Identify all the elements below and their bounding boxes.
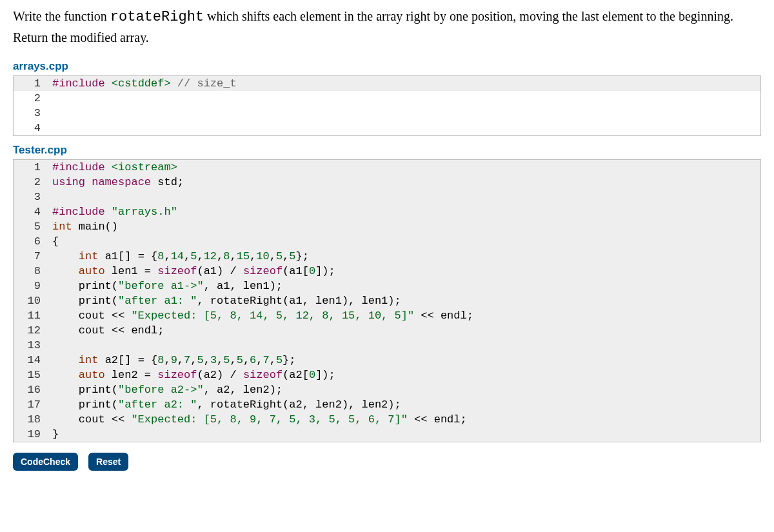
line-number: 5 [14, 219, 47, 234]
line-number: 12 [14, 323, 47, 338]
code-content [47, 338, 760, 353]
code-content: auto len2 = sizeof(a2) / sizeof(a2[0]); [47, 368, 760, 382]
file-label-tester: Tester.cpp [13, 144, 761, 157]
code-content: cout << endl; [47, 323, 760, 338]
code-content: print("before a2->", a2, len2); [47, 382, 760, 397]
line-number: 10 [14, 293, 47, 308]
code-line: 17 print("after a2: ", rotateRight(a2, l… [14, 397, 760, 412]
code-line: 3 [14, 190, 760, 204]
code-line: 11 cout << "Expected: [5, 8, 14, 5, 12, … [14, 308, 760, 323]
code-line: 8 auto len1 = sizeof(a1) / sizeof(a1[0])… [14, 264, 760, 279]
code-line: 1#include <iostream> [14, 160, 760, 175]
code-line: 6{ [14, 234, 760, 249]
code-content: } [47, 427, 760, 442]
code-content: using namespace std; [47, 175, 760, 190]
code-content: cout << "Expected: [5, 8, 9, 7, 5, 3, 5,… [47, 412, 760, 427]
line-number: 3 [14, 190, 47, 204]
code-line: 15 auto len2 = sizeof(a2) / sizeof(a2[0]… [14, 368, 760, 382]
line-number: 2 [14, 91, 47, 106]
button-row: CodeCheck Reset [13, 453, 761, 471]
code-content: int a2[] = {8,9,7,5,3,5,5,6,7,5}; [47, 353, 760, 368]
line-number: 2 [14, 175, 47, 190]
code-content: print("before a1->", a1, len1); [47, 279, 760, 293]
code-line: 5int main() [14, 219, 760, 234]
code-line[interactable]: 4 [14, 121, 760, 135]
code-content [47, 190, 760, 204]
line-number: 17 [14, 397, 47, 412]
line-number: 11 [14, 308, 47, 323]
line-number: 14 [14, 353, 47, 368]
code-line[interactable]: 1#include <cstddef> // size_t [14, 76, 760, 91]
line-number: 16 [14, 382, 47, 397]
line-number: 13 [14, 338, 47, 353]
code-line: 19} [14, 427, 760, 442]
line-number: 4 [14, 204, 47, 219]
code-line[interactable]: 2 [14, 91, 760, 106]
code-content: #include "arrays.h" [47, 204, 760, 219]
line-number: 18 [14, 412, 47, 427]
code-line: 13 [14, 338, 760, 353]
code-content: { [47, 234, 760, 249]
line-number: 1 [14, 160, 47, 175]
code-content[interactable] [47, 106, 760, 121]
line-number: 1 [14, 76, 47, 91]
code-line: 12 cout << endl; [14, 323, 760, 338]
code-editor-arrays[interactable]: 1#include <cstddef> // size_t234 [13, 75, 761, 136]
code-content[interactable] [47, 121, 760, 135]
problem-statement: Write the function rotateRight which shi… [13, 6, 761, 47]
code-line: 16 print("before a2->", a2, len2); [14, 382, 760, 397]
codecheck-button[interactable]: CodeCheck [13, 453, 78, 471]
code-viewer-tester: 1#include <iostream>2using namespace std… [13, 159, 761, 442]
function-name: rotateRight [110, 9, 204, 25]
line-number: 8 [14, 264, 47, 279]
code-content: print("after a2: ", rotateRight(a2, len2… [47, 397, 760, 412]
code-line: 9 print("before a1->", a1, len1); [14, 279, 760, 293]
problem-prefix: Write the function [13, 9, 110, 23]
line-number: 9 [14, 279, 47, 293]
code-content: cout << "Expected: [5, 8, 14, 5, 12, 8, … [47, 308, 760, 323]
code-line: 10 print("after a1: ", rotateRight(a1, l… [14, 293, 760, 308]
code-content[interactable]: #include <cstddef> // size_t [47, 76, 760, 91]
code-line: 14 int a2[] = {8,9,7,5,3,5,5,6,7,5}; [14, 353, 760, 368]
code-line: 4#include "arrays.h" [14, 204, 760, 219]
code-content: int a1[] = {8,14,5,12,8,15,10,5,5}; [47, 249, 760, 264]
line-number: 19 [14, 427, 47, 442]
file-label-arrays: arrays.cpp [13, 60, 761, 73]
line-number: 7 [14, 249, 47, 264]
code-line[interactable]: 3 [14, 106, 760, 121]
code-line: 18 cout << "Expected: [5, 8, 9, 7, 5, 3,… [14, 412, 760, 427]
code-content: #include <iostream> [47, 160, 760, 175]
code-content[interactable] [47, 91, 760, 106]
code-line: 7 int a1[] = {8,14,5,12,8,15,10,5,5}; [14, 249, 760, 264]
reset-button[interactable]: Reset [88, 453, 128, 471]
code-line: 2using namespace std; [14, 175, 760, 190]
code-content: print("after a1: ", rotateRight(a1, len1… [47, 293, 760, 308]
code-content: int main() [47, 219, 760, 234]
line-number: 3 [14, 106, 47, 121]
line-number: 15 [14, 368, 47, 382]
line-number: 6 [14, 234, 47, 249]
line-number: 4 [14, 121, 47, 135]
code-content: auto len1 = sizeof(a1) / sizeof(a1[0]); [47, 264, 760, 279]
